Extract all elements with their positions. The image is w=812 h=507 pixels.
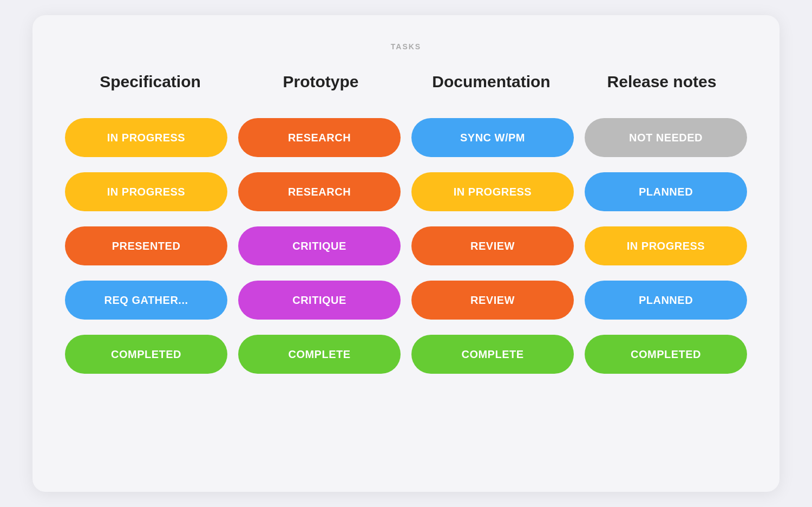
badge-row4-col2[interactable]: CRITIQUE (238, 281, 401, 320)
badge-row2-col2[interactable]: RESEARCH (238, 172, 401, 211)
badge-row3-col2[interactable]: CRITIQUE (238, 226, 401, 265)
badge-row5-col3[interactable]: COMPLETE (411, 335, 574, 374)
badge-grid: IN PROGRESSRESEARCHSYNC W/PMNOT NEEDEDIN… (65, 118, 747, 374)
badge-row3-col1[interactable]: PRESENTED (65, 226, 227, 265)
section-label: TASKS (65, 42, 747, 51)
badge-row5-col1[interactable]: COMPLETED (65, 335, 227, 374)
badge-row5-col2[interactable]: COMPLETE (238, 335, 401, 374)
badge-row1-col3[interactable]: SYNC W/PM (411, 118, 574, 157)
col-header-documentation: Documentation (406, 73, 577, 91)
badge-row2-col3[interactable]: IN PROGRESS (411, 172, 574, 211)
badge-row2-col1[interactable]: IN PROGRESS (65, 172, 227, 211)
badge-row3-col3[interactable]: REVIEW (411, 226, 574, 265)
badge-row4-col1[interactable]: REQ GATHER... (65, 281, 227, 320)
badge-row2-col4[interactable]: PLANNED (585, 172, 747, 211)
columns-header: Specification Prototype Documentation Re… (65, 73, 747, 91)
badge-row1-col2[interactable]: RESEARCH (238, 118, 401, 157)
badge-row4-col3[interactable]: REVIEW (411, 281, 574, 320)
badge-row1-col4[interactable]: NOT NEEDED (585, 118, 747, 157)
badge-row4-col4[interactable]: PLANNED (585, 281, 747, 320)
main-card: TASKS Specification Prototype Documentat… (32, 15, 780, 492)
col-header-specification: Specification (65, 73, 235, 91)
badge-row1-col1[interactable]: IN PROGRESS (65, 118, 227, 157)
badge-row5-col4[interactable]: COMPLETED (585, 335, 747, 374)
col-header-prototype: Prototype (235, 73, 406, 91)
badge-row3-col4[interactable]: IN PROGRESS (585, 226, 747, 265)
col-header-release-notes: Release notes (577, 73, 747, 91)
